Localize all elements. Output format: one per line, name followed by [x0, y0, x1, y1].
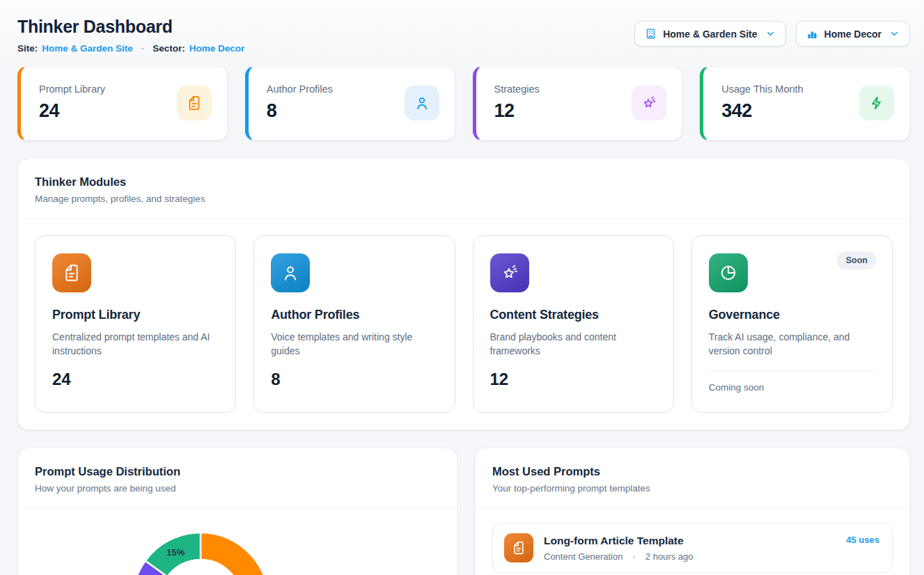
module-stat: 12	[490, 370, 509, 389]
header-selectors: Home & Garden Site Home Decor	[634, 21, 910, 47]
stat-value: 342	[721, 100, 803, 122]
stat-card-author-profiles: Author Profiles 8	[245, 66, 455, 141]
document-icon	[52, 253, 91, 292]
usage-donut-chart: 45%25%15%15%	[18, 514, 457, 575]
donut-chart-area: 45%25%15%15%	[18, 508, 457, 575]
coming-soon-text: Coming soon	[709, 382, 765, 393]
prompt-item-category: Content Generation	[544, 551, 622, 562]
site-selector-dropdown[interactable]: Home & Garden Site	[634, 21, 785, 47]
breadcrumb-site-label: Site:	[17, 43, 38, 54]
module-description: Centralized prompt templates and AI inst…	[52, 330, 212, 359]
module-description: Brand playbooks and content frameworks	[490, 330, 650, 359]
stat-label: Usage This Month	[721, 84, 803, 95]
module-stat: 24	[52, 370, 71, 389]
building-icon	[645, 28, 657, 40]
document-icon	[177, 86, 212, 120]
user-icon	[271, 253, 310, 292]
breadcrumb: Site: Home & Garden Site · Sector: Home …	[17, 43, 244, 54]
chevron-down-icon	[889, 29, 900, 39]
stat-value: 8	[267, 100, 333, 122]
module-divider	[709, 371, 875, 372]
prompt-item-meta: Content Generation · 2 hours ago	[544, 551, 836, 562]
stat-label: Prompt Library	[39, 84, 105, 95]
modules-section-title: Thinker Modules	[35, 175, 893, 189]
prompt-item-text: Long-form Article Template Content Gener…	[544, 535, 836, 562]
modules-grid: Prompt Library Centralized prompt templa…	[18, 219, 909, 430]
sparkle-star-icon	[490, 253, 529, 292]
stats-row: Prompt Library 24 Author Profiles 8 Stra…	[17, 66, 910, 141]
pie-chart-icon	[709, 253, 748, 292]
prompt-item-title: Long-form Article Template	[544, 535, 836, 547]
topbar: Thinker Dashboard Site: Home & Garden Si…	[0, 0, 924, 66]
stat-value: 12	[494, 100, 540, 122]
stat-text: Author Profiles 8	[267, 84, 333, 122]
stat-label: Author Profiles	[267, 84, 333, 95]
breadcrumb-site-link[interactable]: Home & Garden Site	[42, 43, 133, 54]
prompts-card-subtitle: Your top-performing prompt templates	[492, 483, 893, 494]
stat-card-prompt-library: Prompt Library 24	[17, 66, 228, 141]
thinker-modules-card: Thinker Modules Manage prompts, profiles…	[17, 158, 910, 430]
stat-text: Prompt Library 24	[39, 84, 105, 122]
chevron-down-icon	[765, 29, 776, 39]
module-title: Author Profiles	[271, 308, 359, 322]
module-card-governance[interactable]: Soon Governance Track AI usage, complian…	[691, 235, 893, 413]
bottom-row: Prompt Usage Distribution How your promp…	[17, 448, 910, 575]
modules-section-header: Thinker Modules Manage prompts, profiles…	[18, 159, 909, 219]
prompts-card-title: Most Used Prompts	[492, 465, 893, 478]
donut-slice-orange[interactable]	[201, 533, 269, 575]
user-icon	[405, 86, 439, 120]
stat-label: Strategies	[494, 84, 540, 95]
prompts-card-header: Most Used Prompts Your top-performing pr…	[476, 448, 909, 508]
module-card-prompt-library[interactable]: Prompt Library Centralized prompt templa…	[35, 235, 236, 413]
module-card-author-profiles[interactable]: Author Profiles Voice templates and writ…	[253, 235, 455, 413]
usage-card-title: Prompt Usage Distribution	[35, 465, 440, 478]
usage-card-subtitle: How your prompts are being used	[35, 483, 440, 494]
module-title: Governance	[709, 308, 780, 322]
soon-badge: Soon	[837, 251, 877, 269]
stat-text: Strategies 12	[494, 84, 540, 122]
prompt-item-uses: 45 uses	[846, 535, 879, 545]
sector-selector-label: Home Decor	[824, 29, 882, 40]
prompt-list-item[interactable]: Long-form Article Template Content Gener…	[492, 523, 893, 573]
module-stat: 8	[271, 370, 280, 389]
module-card-content-strategies[interactable]: Content Strategies Brand playbooks and c…	[473, 235, 674, 413]
breadcrumb-sector-link[interactable]: Home Decor	[189, 43, 245, 54]
module-title: Prompt Library	[52, 308, 140, 322]
breadcrumb-separator: ·	[141, 43, 145, 54]
sector-selector-dropdown[interactable]: Home Decor	[796, 21, 910, 47]
module-description: Voice templates and writing style guides	[271, 330, 431, 359]
prompt-item-time: 2 hours ago	[645, 551, 694, 562]
document-icon	[504, 533, 533, 562]
site-selector-label: Home & Garden Site	[663, 29, 757, 40]
meta-separator: ·	[632, 551, 635, 562]
lightning-icon	[859, 86, 894, 120]
sparkle-star-icon	[632, 86, 666, 120]
module-description: Track AI usage, compliance, and version …	[709, 330, 869, 359]
prompt-usage-distribution-card: Prompt Usage Distribution How your promp…	[17, 448, 457, 575]
stat-card-usage: Usage This Month 342	[700, 66, 910, 141]
title-block: Thinker Dashboard Site: Home & Garden Si…	[17, 17, 244, 54]
module-title: Content Strategies	[490, 308, 599, 322]
most-used-prompts-card: Most Used Prompts Your top-performing pr…	[475, 448, 910, 575]
stat-text: Usage This Month 342	[721, 84, 803, 122]
usage-card-header: Prompt Usage Distribution How your promp…	[18, 448, 457, 508]
prompt-list: Long-form Article Template Content Gener…	[476, 508, 909, 575]
donut-slice-label: 15%	[166, 547, 185, 558]
page-title: Thinker Dashboard	[17, 17, 244, 37]
stat-value: 24	[39, 100, 105, 122]
bar-chart-icon	[806, 28, 818, 40]
modules-section-subtitle: Manage prompts, profiles, and strategies	[35, 194, 893, 204]
breadcrumb-sector-label: Sector:	[152, 43, 185, 54]
stat-card-strategies: Strategies 12	[473, 66, 683, 141]
